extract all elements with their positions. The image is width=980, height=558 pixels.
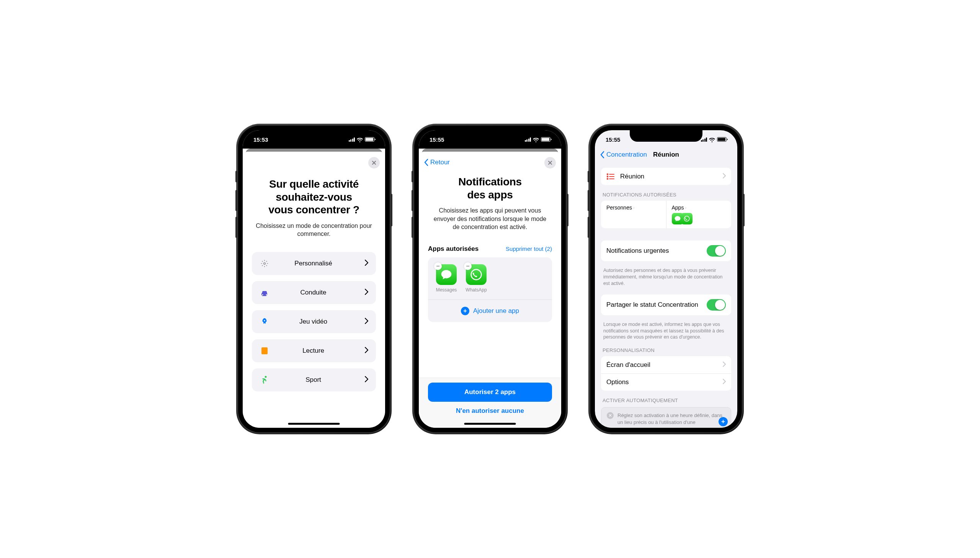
focus-option-book[interactable]: Lecture <box>252 339 376 362</box>
whatsapp-app-icon <box>681 213 692 225</box>
chevron-right-icon <box>365 347 368 354</box>
chevron-right-icon <box>365 260 368 268</box>
section-title: Apps autorisées <box>428 245 479 253</box>
svg-point-3 <box>471 270 482 280</box>
share-footer: Lorsque ce mode est activé, informez les… <box>601 318 731 341</box>
notch <box>630 130 702 142</box>
option-label: Sport <box>262 376 365 384</box>
svg-point-8 <box>607 178 608 179</box>
phone-mockup-1: 15:53 Sur quelle activité souhaitez-vous… <box>237 125 391 433</box>
back-button[interactable]: Retour <box>424 159 450 166</box>
chevron-right-icon <box>365 376 368 384</box>
focus-selection-sheet: Sur quelle activité souhaitez-vous vous … <box>243 152 385 428</box>
chevron-right-icon <box>723 378 726 386</box>
plus-icon: + <box>461 307 470 315</box>
home-indicator[interactable] <box>288 423 340 425</box>
battery-icon <box>717 137 726 142</box>
messages-app-icon: − <box>436 264 457 285</box>
chevron-left-icon <box>424 159 429 166</box>
chevron-right-icon <box>365 289 368 296</box>
close-icon <box>548 161 552 165</box>
allowed-app-whatsapp: −WhatsApp <box>465 264 488 292</box>
svg-point-10 <box>684 216 689 222</box>
sheet-title: Notifications des apps <box>428 176 552 201</box>
app-notifications-sheet: Retour Notifications des apps Choisissez… <box>419 152 561 428</box>
sheet-title: Sur quelle activité souhaitez-vous vous … <box>252 178 376 217</box>
section-header-auto: ACTIVER AUTOMATIQUEMENT <box>602 397 730 403</box>
authorize-button[interactable]: Autoriser 2 apps <box>428 382 552 402</box>
chevron-right-icon <box>365 318 368 325</box>
section-header-allowed: NOTIFICATIONS AUTORISÉES <box>602 192 730 198</box>
allowed-app-messages: −Messages <box>435 264 458 292</box>
close-button[interactable] <box>544 157 556 169</box>
option-label: Conduite <box>262 289 365 296</box>
focus-option-car[interactable]: Conduite <box>252 281 376 304</box>
add-app-button[interactable]: + Ajouter une app <box>428 299 552 322</box>
option-label: Jeu vidéo <box>262 318 365 325</box>
chevron-left-icon <box>600 151 605 159</box>
option-label: Lecture <box>262 347 365 354</box>
close-icon <box>372 161 376 165</box>
add-automation-button[interactable]: + <box>718 417 728 426</box>
app-name-label: WhatsApp <box>466 287 487 292</box>
chevron-right-icon <box>723 361 726 369</box>
delete-all-button[interactable]: Supprimer tout (2) <box>506 246 552 252</box>
auto-activate-hint: ✕ Réglez son activation à une heure défi… <box>601 407 731 428</box>
chevron-right-icon: › <box>685 205 686 210</box>
svg-point-6 <box>607 176 608 177</box>
allowed-apps-cell[interactable]: Apps› <box>666 201 731 228</box>
chevron-right-icon: › <box>633 205 635 210</box>
home-screen-cell[interactable]: Écran d'accueil <box>601 356 731 373</box>
sheet-subtitle: Choisissez les apps qui peuvent vous env… <box>431 207 549 231</box>
svg-point-4 <box>607 174 608 175</box>
option-label: Personnalisé <box>262 260 365 268</box>
urgent-footer: Autorisez des personnes et des apps à vo… <box>601 264 731 287</box>
phone-mockup-2: 15:55 Retour Notifications des apps <box>414 125 566 433</box>
wifi-icon <box>709 137 715 142</box>
whatsapp-app-icon: − <box>466 264 487 285</box>
focus-option-rocket[interactable]: Jeu vidéo <box>252 310 376 333</box>
share-status-toggle[interactable] <box>707 299 726 310</box>
remove-app-button[interactable]: − <box>464 263 472 270</box>
notch <box>454 130 526 142</box>
close-button[interactable] <box>368 157 380 169</box>
notch <box>278 130 350 142</box>
nav-title: Réunion <box>653 151 679 159</box>
back-button[interactable]: Concentration <box>600 151 647 159</box>
app-name-label: Messages <box>436 287 457 292</box>
focus-option-sparkle[interactable]: Personnalisé <box>252 252 376 275</box>
section-header-custom: PERSONNALISATION <box>602 347 730 353</box>
urgent-notifications-cell: Notifications urgentes <box>601 241 731 261</box>
cellular-icon <box>701 138 707 142</box>
sheet-subtitle: Choisissez un mode de concentration pour… <box>255 222 373 238</box>
allowed-apps-card: −Messages−WhatsApp + Ajouter une app <box>428 258 552 322</box>
focus-option-runner[interactable]: Sport <box>252 368 376 391</box>
options-cell[interactable]: Options <box>601 373 731 391</box>
chevron-right-icon <box>723 173 726 181</box>
share-status-cell: Partager le statut Concentration <box>601 294 731 315</box>
urgent-notifications-toggle[interactable] <box>707 245 726 257</box>
dismiss-hint-button[interactable]: ✕ <box>607 412 614 419</box>
remove-app-button[interactable]: − <box>434 263 442 270</box>
authorize-none-button[interactable]: N'en autoriser aucune <box>428 407 552 415</box>
focus-name-cell[interactable]: Réunion <box>601 168 731 185</box>
status-time: 15:55 <box>605 136 620 143</box>
allowed-people-cell[interactable]: Personnes› <box>601 201 666 228</box>
nav-bar: Concentration Réunion <box>595 149 737 162</box>
list-bullet-icon <box>606 173 615 180</box>
home-indicator[interactable] <box>465 423 516 425</box>
phone-mockup-3: 15:55 Concentration Réunion Réunio <box>589 125 743 433</box>
